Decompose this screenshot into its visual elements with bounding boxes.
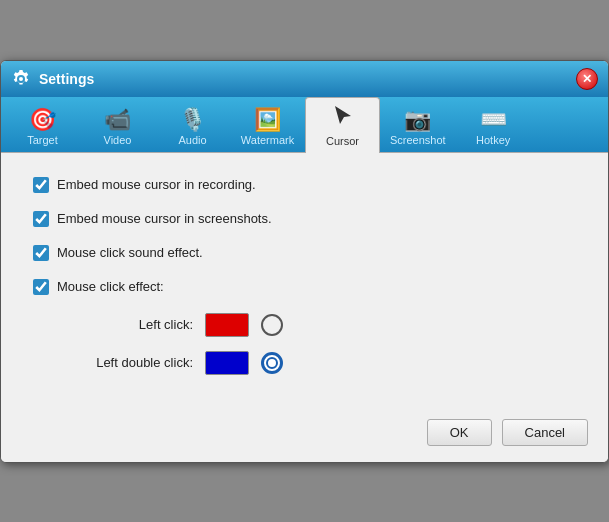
- checkbox-row-4: Mouse click effect:: [33, 279, 576, 295]
- target-icon: 🎯: [29, 109, 56, 131]
- video-icon: 📹: [104, 109, 131, 131]
- checkbox-row-3: Mouse click sound effect.: [33, 245, 576, 261]
- left-double-click-color-swatch[interactable]: [205, 351, 249, 375]
- tab-audio[interactable]: 🎙️ Audio: [155, 103, 230, 152]
- embed-cursor-screenshots-label: Embed mouse cursor in screenshots.: [57, 211, 272, 226]
- tab-audio-label: Audio: [178, 134, 206, 146]
- checkbox-row-2: Embed mouse cursor in screenshots.: [33, 211, 576, 227]
- embed-cursor-recording-checkbox[interactable]: [33, 177, 49, 193]
- footer: OK Cancel: [1, 409, 608, 462]
- close-button[interactable]: ✕: [576, 68, 598, 90]
- audio-icon: 🎙️: [179, 109, 206, 131]
- tab-video[interactable]: 📹 Video: [80, 103, 155, 152]
- settings-icon: [11, 69, 31, 89]
- tab-cursor[interactable]: Cursor: [305, 97, 380, 153]
- title-bar-left: Settings: [11, 69, 94, 89]
- tabs-bar: 🎯 Target 📹 Video 🎙️ Audio 🖼️ Watermark C…: [1, 97, 608, 152]
- title-bar: Settings ✕: [1, 61, 608, 97]
- color-options: Left click: Left double click:: [73, 313, 576, 375]
- watermark-icon: 🖼️: [254, 109, 281, 131]
- checkbox-row-1: Embed mouse cursor in recording.: [33, 177, 576, 193]
- tab-screenshot-label: Screenshot: [390, 134, 446, 146]
- cancel-button[interactable]: Cancel: [502, 419, 588, 446]
- mouse-click-effect-label: Mouse click effect:: [57, 279, 164, 294]
- mouse-click-sound-label: Mouse click sound effect.: [57, 245, 203, 260]
- window-title: Settings: [39, 71, 94, 87]
- screenshot-icon: 📷: [404, 109, 431, 131]
- mouse-click-effect-checkbox[interactable]: [33, 279, 49, 295]
- ok-button[interactable]: OK: [427, 419, 492, 446]
- tab-hotkey[interactable]: ⌨️ Hotkey: [456, 103, 531, 152]
- tab-hotkey-label: Hotkey: [476, 134, 510, 146]
- left-double-click-row: Left double click:: [73, 351, 576, 375]
- left-click-radio[interactable]: [261, 314, 283, 336]
- left-click-row: Left click:: [73, 313, 576, 337]
- left-click-label: Left click:: [73, 317, 193, 332]
- tab-content: Embed mouse cursor in recording. Embed m…: [1, 152, 608, 409]
- hotkey-icon: ⌨️: [480, 109, 507, 131]
- cursor-icon: [331, 104, 355, 132]
- left-double-click-label: Left double click:: [73, 355, 193, 370]
- tab-target[interactable]: 🎯 Target: [5, 103, 80, 152]
- tab-screenshot[interactable]: 📷 Screenshot: [380, 103, 456, 152]
- embed-cursor-screenshots-checkbox[interactable]: [33, 211, 49, 227]
- tab-watermark-label: Watermark: [241, 134, 294, 146]
- tab-cursor-label: Cursor: [326, 135, 359, 147]
- left-double-click-radio[interactable]: [261, 352, 283, 374]
- left-click-color-swatch[interactable]: [205, 313, 249, 337]
- mouse-click-sound-checkbox[interactable]: [33, 245, 49, 261]
- tab-video-label: Video: [104, 134, 132, 146]
- settings-window: Settings ✕ 🎯 Target 📹 Video 🎙️ Audio 🖼️ …: [0, 60, 609, 463]
- embed-cursor-recording-label: Embed mouse cursor in recording.: [57, 177, 256, 192]
- tab-watermark[interactable]: 🖼️ Watermark: [230, 103, 305, 152]
- tab-target-label: Target: [27, 134, 58, 146]
